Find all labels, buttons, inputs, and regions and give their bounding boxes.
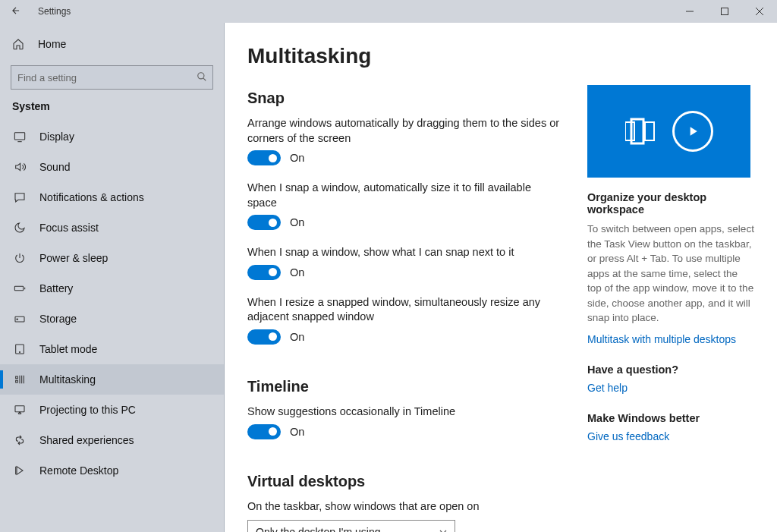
main-panel: Multitasking Snap Arrange windows automa… [225, 23, 777, 532]
settings-column: Snap Arrange windows automatically by dr… [247, 85, 562, 532]
maximize-button[interactable] [707, 0, 742, 23]
sidebar-item-label: Projecting to this PC [39, 404, 136, 416]
sidebar-item-display[interactable]: Display [0, 121, 224, 152]
sidebar-item-label: Multitasking [39, 373, 96, 386]
hero-text: To switch between open apps, select the … [587, 222, 754, 326]
sidebar-item-storage[interactable]: Storage [0, 304, 224, 334]
svg-rect-8 [15, 406, 24, 412]
section-label: System [0, 100, 224, 121]
projecting-icon [14, 404, 26, 416]
home-label: Home [38, 38, 66, 50]
sidebar-item-label: Notifications & actions [39, 191, 144, 203]
timeline-suggestions-state: On [290, 426, 304, 438]
svg-rect-11 [645, 122, 654, 140]
window-title: Settings [38, 6, 71, 17]
snap-fill-state: On [290, 216, 304, 228]
svg-rect-9 [625, 122, 634, 140]
svg-point-1 [198, 73, 204, 79]
question-title: Have a question? [587, 364, 754, 376]
page-title: Multitasking [247, 44, 754, 68]
sidebar-item-label: Remote Desktop [39, 464, 118, 477]
sidebar-item-label: Shared experiences [39, 434, 134, 446]
snap-heading: Snap [247, 90, 562, 107]
tablet-icon [14, 343, 26, 355]
vd-taskbar-desc: On the taskbar, show windows that are op… [247, 499, 562, 515]
get-help-link[interactable]: Get help [587, 382, 754, 394]
svg-rect-0 [722, 8, 728, 15]
home-icon [12, 38, 24, 50]
snap-suggest-state: On [290, 266, 304, 279]
sidebar-item-shared-experiences[interactable]: Shared experiences [0, 425, 224, 455]
nav-list: Display Sound Notifications & actions Fo… [0, 121, 224, 532]
svg-point-5 [17, 319, 17, 320]
play-icon [672, 111, 713, 152]
search-icon [197, 71, 207, 82]
snap-arrange-desc: Arrange windows automatically by draggin… [247, 116, 562, 146]
battery-icon [14, 282, 26, 294]
snap-resize-toggle[interactable] [247, 329, 281, 345]
minimize-button[interactable] [672, 0, 707, 23]
sidebar-item-sound[interactable]: Sound [0, 152, 224, 182]
windows-stack-icon [625, 118, 659, 145]
search-input[interactable] [11, 65, 213, 90]
vd-taskbar-dropdown[interactable]: Only the desktop I'm using [247, 520, 455, 532]
sidebar-item-power-sleep[interactable]: Power & sleep [0, 243, 224, 273]
hero-title: Organize your desktop workspace [587, 191, 754, 216]
sidebar-item-remote-desktop[interactable]: Remote Desktop [0, 455, 224, 486]
sidebar-item-focus-assist[interactable]: Focus assist [0, 212, 224, 243]
hero-link[interactable]: Multitask with multiple desktops [587, 333, 754, 345]
snap-suggest-toggle[interactable] [247, 265, 281, 280]
svg-rect-2 [14, 133, 24, 140]
snap-suggest-desc: When I snap a window, show what I can sn… [247, 245, 562, 260]
remote-desktop-icon [14, 464, 26, 477]
sidebar-item-notifications[interactable]: Notifications & actions [0, 182, 224, 212]
multitasking-icon [14, 373, 26, 386]
help-video[interactable] [587, 85, 750, 178]
snap-arrange-toggle[interactable] [247, 150, 281, 165]
feedback-title: Make Windows better [587, 412, 754, 424]
sidebar-item-label: Focus assist [39, 222, 99, 234]
sidebar-item-label: Battery [39, 282, 73, 294]
sidebar: Home System Display Sound Notifications … [0, 23, 225, 532]
notification-icon [14, 191, 26, 203]
help-column: Organize your desktop workspace To switc… [587, 85, 754, 532]
close-button[interactable] [742, 0, 777, 23]
sidebar-item-label: Storage [39, 313, 77, 325]
timeline-suggestions-toggle[interactable] [247, 424, 281, 439]
sound-icon [14, 161, 26, 173]
snap-resize-desc: When I resize a snapped window, simultan… [247, 295, 562, 325]
chevron-down-icon [439, 528, 447, 532]
storage-icon [14, 313, 26, 325]
power-icon [14, 252, 26, 264]
feedback-link[interactable]: Give us feedback [587, 430, 754, 442]
svg-rect-3 [14, 286, 23, 290]
search-container [11, 65, 213, 90]
svg-point-7 [19, 351, 20, 352]
shared-icon [14, 434, 26, 446]
sidebar-item-label: Sound [39, 161, 70, 173]
snap-fill-toggle[interactable] [247, 215, 281, 230]
sidebar-item-label: Power & sleep [39, 252, 108, 264]
sidebar-item-label: Tablet mode [39, 343, 97, 355]
sidebar-item-tablet-mode[interactable]: Tablet mode [0, 334, 224, 364]
snap-resize-state: On [290, 331, 304, 343]
back-button[interactable] [5, 5, 27, 18]
focus-assist-icon [14, 222, 26, 234]
sidebar-item-battery[interactable]: Battery [0, 273, 224, 304]
display-icon [14, 131, 26, 143]
snap-fill-desc: When I snap a window, automatically size… [247, 181, 562, 210]
home-button[interactable]: Home [0, 30, 224, 58]
sidebar-item-label: Display [39, 131, 74, 143]
title-bar: Settings [0, 0, 777, 23]
timeline-heading: Timeline [247, 378, 562, 395]
sidebar-item-projecting[interactable]: Projecting to this PC [0, 395, 224, 425]
vd-taskbar-selected: Only the desktop I'm using [256, 526, 381, 532]
timeline-suggestions-desc: Show suggestions occasionally in Timelin… [247, 405, 562, 420]
sidebar-item-multitasking[interactable]: Multitasking [0, 364, 224, 395]
virtual-desktops-heading: Virtual desktops [247, 473, 562, 490]
snap-arrange-state: On [290, 152, 304, 164]
